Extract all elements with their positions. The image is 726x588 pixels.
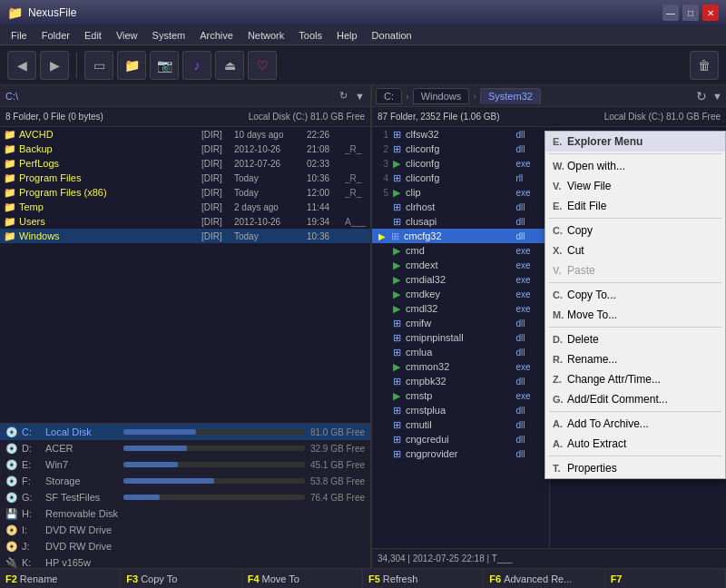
list-item[interactable]: ⊞ cmlua dll [372,345,549,359]
back-button[interactable]: ◀ [7,51,36,80]
bottom-f3-copy[interactable]: F3 Copy To [121,569,241,589]
list-item[interactable]: 📁 Program Files (x86) [DIR] Today 12:00 … [0,185,370,200]
drive-item-e[interactable]: 💿 E: Win7 45.1 GB Free [0,456,370,473]
menu-help[interactable]: Help [329,28,365,43]
file-name: clusapi [406,216,516,227]
drive-item-f[interactable]: 💿 F: Storage 53.8 GB Free [0,473,370,489]
bottom-f2-rename[interactable]: F2 Rename [0,569,121,589]
bottom-f4-move[interactable]: F4 Move To [242,569,363,589]
list-item[interactable]: 2 ⊞ cliconfg dll [372,142,549,156]
ctx-key: E. [553,136,567,147]
left-path-arrow[interactable]: ▼ [355,91,365,102]
left-file-list[interactable]: 📁 AVCHD [DIR] 10 days ago 22:26 📁 Backup… [0,127,370,423]
list-item[interactable]: ▶ cmdial32 exe [372,272,549,287]
list-item[interactable]: ⊞ cmutil dll [372,417,549,432]
ctx-copy-to[interactable]: C. Copy To... [545,285,725,305]
menu-donation[interactable]: Donation [365,28,419,43]
list-item[interactable]: ⊞ cngprovider dll [372,446,549,461]
drive-name: HP v165w [45,557,154,568]
list-item[interactable]: ⊞ cmipnpinstall dll [372,330,549,345]
list-item[interactable]: 📁 AVCHD [DIR] 10 days ago 22:26 [0,127,370,142]
list-item[interactable]: ⊞ cmpbk32 dll [372,374,549,388]
menu-view[interactable]: View [109,28,145,43]
left-path-text: C:\ [5,91,18,102]
ctx-open-with[interactable]: W. Open with... [545,156,725,176]
ctx-properties[interactable]: T. Properties [545,458,725,478]
list-item[interactable]: ⊞ cngcredui dll [372,432,549,446]
bottom-f5-refresh[interactable]: F5 Refresh [363,569,484,589]
list-item[interactable]: 📁 Backup [DIR] 2012-10-26 21:08 _R_ [0,142,370,156]
bottom-f6-advanced[interactable]: F6 Advanced Re... [484,569,604,589]
path-tab-windows[interactable]: Windows [413,88,470,104]
path-tab-system32[interactable]: System32 [480,88,541,104]
list-item[interactable]: ▶ cmd exe [372,243,549,258]
ctx-cut[interactable]: X. Cut [545,240,725,260]
drive-item-i[interactable]: 📀 I: DVD RW Drive [0,522,370,538]
trash-button[interactable]: 🗑 [690,51,719,80]
ctx-key: D. [553,334,567,345]
menu-archive[interactable]: Archive [192,28,240,43]
ctx-auto-extract[interactable]: A. Auto Extract [545,434,725,454]
list-item[interactable]: ▶ cmdkey exe [372,287,549,301]
bottom-f7[interactable]: F7 [605,569,726,589]
list-item[interactable]: ▶ cmdext exe [372,258,549,272]
list-item[interactable]: 📁 Temp [DIR] 2 days ago 11:44 [0,200,370,214]
list-item[interactable]: ▶ cmmon32 exe [372,359,549,374]
screenshot-button[interactable]: 📷 [150,51,179,80]
favorite-button[interactable]: ♡ [248,51,277,80]
close-button[interactable]: ✕ [702,5,719,21]
drive-item-g[interactable]: 💿 G: SF TestFiles 76.4 GB Free [0,489,370,505]
ctx-copy[interactable]: C. Copy [545,220,725,240]
drive-item-h[interactable]: 💾 H: Removable Disk [0,505,370,522]
list-item[interactable]: ⊞ cmstplua dll [372,403,549,417]
left-path-bar[interactable]: C:\ ↻ ▼ [0,85,370,107]
list-item[interactable]: 4 ⊞ cliconfg rll [372,171,549,185]
folder-button[interactable]: ▭ [84,51,113,80]
forward-button[interactable]: ▶ [40,51,69,80]
eject-button[interactable]: ⏏ [215,51,244,80]
list-item[interactable]: ⊞ clusapi dll [372,214,549,229]
ctx-rename[interactable]: R. Rename... [545,349,725,369]
list-item[interactable]: ▶ cmstp exe [372,388,549,403]
ctx-edit-file[interactable]: E. Edit File [545,196,725,216]
right-path-arrow[interactable]: ▼ [712,91,722,102]
minimize-button[interactable]: — [662,5,679,21]
left-refresh-btn[interactable]: ↻ [339,90,348,102]
ctx-change-attr[interactable]: Z. Change Attr/Time... [545,369,725,389]
ctx-view-file[interactable]: V. View File [545,176,725,196]
list-item[interactable]: 📁 PerfLogs [DIR] 2012-07-26 02:33 [0,156,370,171]
list-item[interactable]: ⊞ cmifw dll [372,316,549,330]
music-button[interactable]: ♪ [182,51,211,80]
ctx-add-archive[interactable]: A. Add To Archive... [545,414,725,434]
list-item[interactable]: ▶ ⊞ cmcfg32 dll [372,229,549,243]
ctx-add-comment[interactable]: G. Add/Edit Comment... [545,389,725,409]
ctx-explorer-menu[interactable]: E. Explorer Menu [545,132,725,152]
ctx-delete[interactable]: D. Delete [545,329,725,349]
list-item[interactable]: ▶ cmdl32 exe [372,301,549,316]
menu-network[interactable]: Network [240,28,291,43]
right-refresh-btn[interactable]: ↻ [696,89,707,103]
list-item[interactable]: 📁 Users [DIR] 2012-10-26 19:34 A___ [0,214,370,229]
list-item[interactable]: 5 ▶ clip exe [372,185,549,200]
list-item[interactable]: 3 ▶ cliconfg exe [372,156,549,171]
menu-file[interactable]: File [4,28,34,43]
right-file-list-left[interactable]: 1 ⊞ clfsw32 dll 2 ⊞ cliconfg dll 3 ▶ cli… [372,127,550,548]
drive-item-k[interactable]: 🔌 K: HP v165w [0,554,370,568]
list-item[interactable]: 📁 Windows [DIR] Today 10:36 [0,229,370,243]
list-item[interactable]: ⊞ clrhost dll [372,200,549,214]
list-item[interactable]: 📁 Program Files [DIR] Today 10:36 _R_ [0,171,370,185]
ctx-key: A. [553,438,567,449]
drive-item-d[interactable]: 💿 D: ACER 32.9 GB Free [0,440,370,456]
new-folder-button[interactable]: 📁 [117,51,146,80]
menu-edit[interactable]: Edit [77,28,109,43]
maximize-button[interactable]: □ [682,5,699,21]
list-item[interactable]: 1 ⊞ clfsw32 dll [372,127,549,142]
ctx-move-to[interactable]: M. Move To... [545,305,725,325]
menu-tools[interactable]: Tools [291,28,329,43]
menu-system[interactable]: System [145,28,193,43]
drive-item-j[interactable]: 📀 J: DVD RW Drive [0,538,370,554]
menu-folder[interactable]: Folder [34,28,77,43]
ctx-paste[interactable]: V. Paste [545,260,725,280]
path-tab-c[interactable]: C: [376,88,402,104]
drive-item-c[interactable]: 💿 C: Local Disk 81.0 GB Free [0,424,370,440]
